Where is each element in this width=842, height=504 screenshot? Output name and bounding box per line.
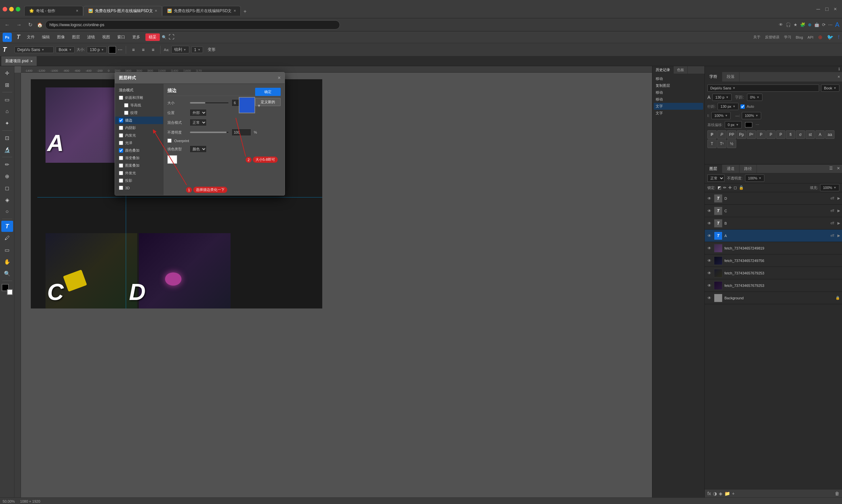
stroke-opacity-slider[interactable] [190, 131, 229, 133]
layer-item-fetch4[interactable]: 👁 fetch_737434657679253 [705, 280, 842, 292]
win-minimize-icon[interactable]: ─ [817, 6, 820, 12]
paths-tab[interactable]: 路径 [739, 165, 757, 173]
typo-btn-st[interactable]: st [806, 130, 815, 139]
effect-outer-glow-checkbox[interactable] [119, 171, 123, 175]
tab2-close[interactable]: × [155, 8, 157, 13]
font-size-dropdown[interactable]: 130 p ▼ [87, 47, 107, 53]
effect-3d-checkbox[interactable] [119, 186, 123, 190]
lock-artboard-icon[interactable]: ◻ [734, 185, 737, 190]
ext-edge-icon[interactable]: ⊕ [808, 22, 811, 27]
para-tab[interactable]: 段落 [722, 72, 739, 82]
background-color[interactable] [7, 289, 13, 295]
text-option-num[interactable]: 1 ▼ [191, 47, 203, 53]
align-center-btn[interactable]: ≡ [139, 46, 147, 54]
effect-stroke-checkbox[interactable] [119, 118, 123, 123]
effect-satin-checkbox[interactable] [119, 141, 123, 145]
history-item-3[interactable]: 移动 [654, 89, 703, 96]
align-left-btn[interactable]: ≡ [129, 46, 137, 54]
layer-adj-btn[interactable]: ◈ [719, 491, 722, 496]
dialog-ok-btn[interactable]: 确定 [255, 88, 281, 96]
layer-group-btn[interactable]: 📁 [724, 491, 730, 496]
layer-b-visibility[interactable]: 👁 [707, 221, 712, 226]
history-item-4[interactable]: 移动 [654, 96, 703, 103]
menu-layer[interactable]: 图层 [69, 33, 83, 41]
stroke-preview-arrow[interactable]: ▼ [257, 104, 261, 108]
char-spacing-val[interactable]: 0% ▼ [747, 94, 763, 101]
ext-more-icon[interactable]: ⋯ [828, 22, 832, 27]
effect-texture[interactable]: 纹理 [115, 109, 163, 116]
nav-forward-button[interactable]: → [14, 21, 23, 29]
panel-info-icon[interactable]: ℹ [838, 67, 840, 71]
home-icon[interactable]: 🏠 [37, 22, 42, 28]
magic-wand-tool[interactable]: ✦ [1, 118, 13, 129]
zoom-tool[interactable]: 🔍 [1, 268, 13, 279]
effect-texture-checkbox[interactable] [124, 111, 128, 115]
history-tab[interactable]: 历史记录 [652, 66, 674, 74]
typo-btn-p-italic[interactable]: P [717, 130, 727, 139]
layer-item-fetch2[interactable]: 👁 fetch_737434657249756 [705, 254, 842, 267]
menu-file[interactable]: 文件 [23, 33, 38, 41]
special-btn[interactable]: 稳妥 [145, 33, 160, 41]
ext-profile-icon[interactable]: A [835, 21, 839, 29]
char-font-size[interactable]: 130 p ▼ [712, 94, 731, 101]
layer-add-btn[interactable]: + [732, 491, 735, 496]
layer-f4-visibility[interactable]: 👁 [707, 283, 712, 288]
browser-tab-3[interactable]: 🖼️ 免费在线PS-图片在线编辑PSD文 × [162, 6, 241, 16]
doc-tab-close[interactable]: × [31, 59, 33, 64]
effect-pattern-overlay[interactable]: 图案叠加 [115, 162, 163, 169]
tab3-close[interactable]: × [233, 8, 236, 13]
lock-all-icon[interactable]: 🔒 [739, 185, 744, 190]
nav-refresh-button[interactable]: ↻ [26, 21, 34, 29]
layer-item-fetch1[interactable]: 👁 fetch_737434657249819 [705, 242, 842, 254]
history-item-6[interactable]: 文字 [654, 110, 703, 116]
text-tool[interactable]: T [1, 221, 13, 232]
layer-d-expand[interactable]: ▶ [838, 196, 840, 200]
crop-tool[interactable]: ⊡ [1, 132, 13, 143]
dodge-tool[interactable]: ○ [1, 206, 13, 217]
effect-bevel[interactable]: 斜面和浮雕 [115, 94, 163, 102]
window-close[interactable] [3, 7, 7, 12]
menu-edit[interactable]: 编辑 [39, 33, 53, 41]
layer-item-fetch3[interactable]: 👁 fetch_737434657679253 [705, 267, 842, 280]
fill-val[interactable]: 100% ▼ [820, 184, 839, 191]
line-height-auto-checkbox[interactable] [740, 105, 745, 109]
layer-panel-menu-icon[interactable]: ☰ [827, 165, 835, 173]
address-input[interactable] [45, 20, 340, 30]
brush-tool[interactable]: ✏ [1, 159, 13, 170]
lock-pos-icon[interactable]: ✛ [728, 185, 732, 190]
opacity-val[interactable]: 100% ▼ [745, 175, 764, 182]
history-item-1[interactable]: 移动 [654, 75, 703, 82]
blend-mode-select[interactable]: 正常 [707, 175, 724, 182]
learn-link[interactable]: 学习 [784, 35, 791, 40]
menu-filter[interactable]: 滤镜 [84, 33, 98, 41]
fullscreen-icon[interactable]: ⛶ [169, 34, 175, 41]
layer-delete-btn[interactable]: 🗑 [835, 491, 839, 496]
effect-drop-shadow[interactable]: 投影 [115, 177, 163, 184]
win-close-icon[interactable]: × [834, 6, 837, 12]
ext-copilot-icon[interactable]: 🤖 [814, 22, 819, 27]
browser-tab-2[interactable]: 🖼️ 免费在线PS-图片在线编辑PSD文 × [83, 6, 162, 16]
stroke-color-swatch[interactable] [167, 155, 177, 164]
effect-gradient-overlay-checkbox[interactable] [119, 156, 123, 160]
window-maximize[interactable] [16, 7, 20, 12]
win-restore-icon[interactable]: □ [825, 6, 828, 12]
nav-back-button[interactable]: ← [3, 21, 12, 29]
layer-mask-btn[interactable]: ◑ [713, 491, 717, 496]
layer-d-visibility[interactable]: 👁 [707, 196, 712, 201]
char-font-style[interactable]: Book ▼ [821, 85, 839, 92]
layer-item-b[interactable]: 👁 T B eff ▶ [705, 217, 842, 230]
new-tab-button[interactable]: + [241, 7, 249, 16]
typo-btn-p2[interactable]: P² [747, 130, 756, 139]
scale-v-val[interactable]: 100% ▼ [742, 112, 761, 119]
layer-item-a[interactable]: 👁 T A eff ▶ [705, 230, 842, 242]
typo-btn-pp[interactable]: PP [727, 130, 736, 139]
layer-b-expand[interactable]: ▶ [838, 221, 840, 225]
effect-bevel-checkbox[interactable] [119, 96, 123, 100]
eraser-tool[interactable]: ◻ [1, 182, 13, 194]
char-font-family[interactable]: DejaVu Sans ▼ [707, 85, 819, 92]
stroke-blend-select[interactable]: 正常 [190, 119, 207, 126]
stroke-size-slider[interactable] [190, 102, 229, 104]
effect-color-overlay[interactable]: 颜色叠加 [115, 147, 163, 154]
dialog-close-btn[interactable]: × [278, 75, 281, 81]
layer-item-bg[interactable]: 👁 Background 🔒 [705, 292, 842, 304]
